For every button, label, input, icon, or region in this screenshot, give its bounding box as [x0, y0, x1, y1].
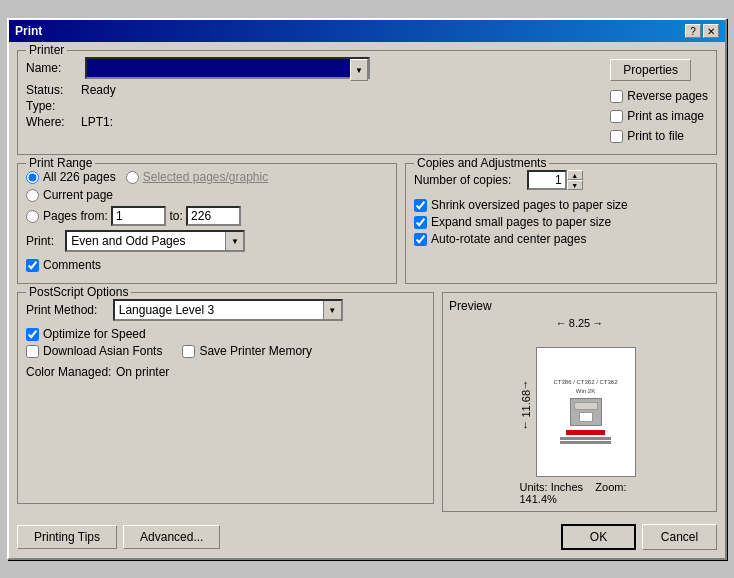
spin-up-btn[interactable]: ▲	[567, 170, 583, 180]
color-managed-value: On printer	[116, 365, 169, 379]
title-bar-buttons: ? ✕	[685, 24, 719, 38]
copies-group-label: Copies and Adjustments	[414, 156, 549, 170]
type-label: Type:	[26, 99, 81, 113]
spin-down-btn[interactable]: ▼	[567, 180, 583, 190]
preview-area: ← 8.25 → ↑ 11.68 ↓	[449, 317, 710, 505]
print-option-dropdown[interactable]: ▼	[225, 232, 243, 250]
print-as-image-row: Print as image	[610, 109, 708, 123]
optimize-checkbox[interactable]	[26, 328, 39, 341]
print-as-image-label: Print as image	[627, 109, 704, 123]
page-line2: Win 2K	[553, 388, 617, 394]
print-method-combo[interactable]: Language Level 3 ▼	[113, 299, 343, 321]
all-pages-radio[interactable]	[26, 171, 39, 184]
units-label: Units: Inches	[520, 481, 584, 493]
fonts-memory-row: Download Asian Fonts Save Printer Memory	[26, 344, 425, 361]
right-arrow-icon: →	[592, 317, 603, 329]
print-label: Print:	[26, 234, 54, 248]
cancel-button[interactable]: Cancel	[642, 524, 717, 550]
download-fonts-checkbox[interactable]	[26, 345, 39, 358]
gray-bar1	[560, 437, 611, 440]
auto-rotate-row: Auto-rotate and center pages	[414, 232, 708, 246]
comments-checkbox[interactable]	[26, 259, 39, 272]
to-input[interactable]	[186, 206, 241, 226]
save-memory-row: Save Printer Memory	[182, 344, 312, 358]
printer-left: Name: ▼ Status: Ready Type:	[26, 57, 602, 146]
printer-name-combo[interactable]: ▼	[85, 57, 370, 79]
preview-label: Preview	[449, 299, 492, 313]
current-page-row: Current page	[26, 188, 388, 202]
copies-spinner: ▲ ▼	[527, 170, 583, 190]
ok-button[interactable]: OK	[561, 524, 636, 550]
postscript-group-label: PostScript Options	[26, 285, 131, 299]
properties-button[interactable]: Properties	[610, 59, 691, 81]
print-dropdown-row: Print: Even and Odd Pages ▼	[26, 230, 388, 252]
close-button[interactable]: ✕	[703, 24, 719, 38]
dim-top: ← 8.25 →	[520, 317, 640, 329]
dialog-body: Printer Name: ▼ Status: Ready	[9, 42, 725, 558]
reverse-pages-checkbox[interactable]	[610, 90, 623, 103]
preview-section: Preview ← 8.25 → ↑	[442, 292, 717, 512]
from-label: from:	[80, 209, 107, 223]
bottom-buttons: Printing Tips Advanced... OK Cancel	[17, 520, 717, 550]
shrink-label: Shrink oversized pages to paper size	[431, 198, 628, 212]
printing-tips-button[interactable]: Printing Tips	[17, 525, 117, 549]
pages-radio[interactable]	[26, 210, 39, 223]
help-button[interactable]: ?	[685, 24, 701, 38]
from-input[interactable]	[111, 206, 166, 226]
printer-name-field	[87, 59, 350, 77]
name-row: Name: ▼	[26, 57, 602, 79]
status-label: Status:	[26, 83, 81, 97]
width-value: 8.25	[569, 317, 590, 329]
method-dropdown-btn[interactable]: ▼	[323, 301, 341, 319]
copies-input[interactable]	[527, 170, 567, 190]
printer-group-label: Printer	[26, 43, 67, 57]
color-managed-row: Color Managed: On printer	[26, 365, 425, 379]
printer-dropdown-btn[interactable]: ▼	[350, 59, 368, 81]
num-copies-label: Number of copies:	[414, 173, 511, 187]
preview-content: CT386 / CT362 / CT362 Win 2K	[549, 375, 621, 449]
print-as-image-checkbox[interactable]	[610, 110, 623, 123]
advanced-button[interactable]: Advanced...	[123, 525, 220, 549]
middle-row: Print Range All 226 pages Selected pages…	[17, 163, 717, 292]
download-fonts-label: Download Asian Fonts	[43, 344, 162, 358]
save-memory-checkbox[interactable]	[182, 345, 195, 358]
print-option-combo[interactable]: Even and Odd Pages ▼	[65, 230, 245, 252]
print-dialog: Print ? ✕ Printer Name: ▼	[7, 18, 727, 560]
selected-radio[interactable]	[126, 171, 139, 184]
save-memory-label: Save Printer Memory	[199, 344, 312, 358]
copies-row: Number of copies: ▲ ▼	[414, 170, 708, 190]
where-row: Where: LPT1:	[26, 115, 602, 129]
print-range-group: Print Range All 226 pages Selected pages…	[17, 163, 397, 284]
up-arrow-icon: ↑	[523, 378, 529, 390]
printer-icon	[570, 398, 602, 426]
red-bar	[566, 430, 604, 435]
preview-page: CT386 / CT362 / CT362 Win 2K	[536, 347, 636, 477]
expand-row: Expand small pages to paper size	[414, 215, 708, 229]
bottom-row: PostScript Options Print Method: Languag…	[17, 292, 717, 512]
comments-row: Comments	[26, 258, 388, 272]
current-page-label: Current page	[43, 188, 113, 202]
selected-label: Selected pages/graphic	[143, 170, 268, 184]
printer-right: Properties Reverse pages Print as image	[610, 57, 708, 146]
optimize-row: Optimize for Speed	[26, 327, 425, 341]
print-to-file-checkbox[interactable]	[610, 130, 623, 143]
shrink-row: Shrink oversized pages to paper size	[414, 198, 708, 212]
all-pages-row: All 226 pages Selected pages/graphic	[26, 170, 388, 184]
down-arrow-icon: ↓	[523, 418, 529, 430]
reverse-pages-label: Reverse pages	[627, 89, 708, 103]
print-method-value: Language Level 3	[115, 301, 323, 319]
reverse-pages-row: Reverse pages	[610, 89, 708, 103]
status-row: Status: Ready	[26, 83, 602, 97]
shrink-checkbox[interactable]	[414, 199, 427, 212]
print-method-label: Print Method:	[26, 303, 97, 317]
preview-main: ↑ 11.68 ↓ CT386 / CT362 / CT362 Win 2K	[520, 331, 640, 477]
to-label: to:	[169, 209, 182, 223]
auto-rotate-checkbox[interactable]	[414, 233, 427, 246]
comments-label: Comments	[43, 258, 101, 272]
all-pages-label: All 226 pages	[43, 170, 116, 184]
title-bar: Print ? ✕	[9, 20, 725, 42]
current-page-radio[interactable]	[26, 189, 39, 202]
pages-row: Pages from: to:	[26, 206, 388, 226]
expand-checkbox[interactable]	[414, 216, 427, 229]
left-buttons: Printing Tips Advanced...	[17, 525, 220, 549]
